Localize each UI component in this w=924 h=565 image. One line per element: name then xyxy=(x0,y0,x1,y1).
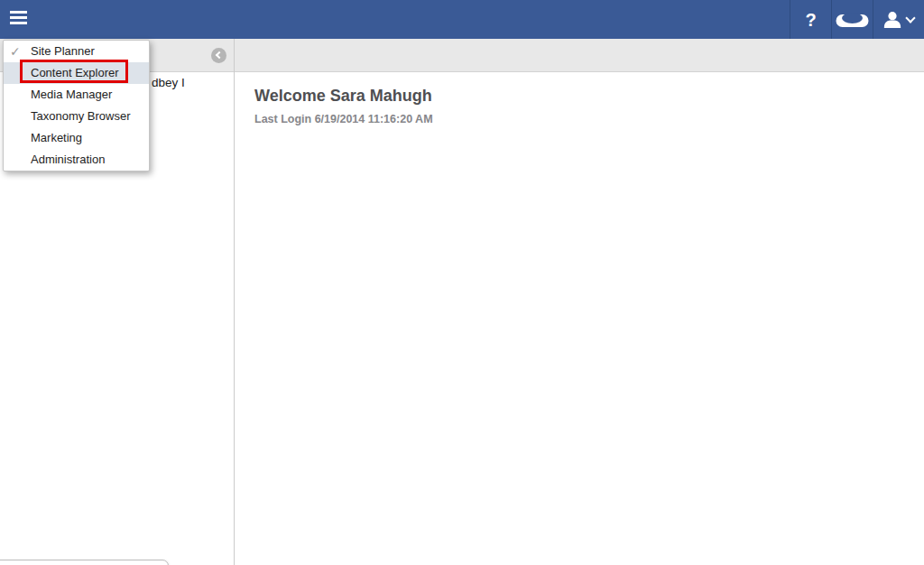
help-button[interactable]: ? xyxy=(790,0,831,39)
check-icon: ✓ xyxy=(10,41,21,62)
topbar: ? xyxy=(0,0,924,39)
menu-item-media-manager[interactable]: Media Manager xyxy=(4,84,149,106)
topbar-actions: ? xyxy=(790,0,924,39)
menu-item-label: Taxonomy Browser xyxy=(31,109,131,123)
navigation-dropdown: ✓ Site Planner Content Explorer Media Ma… xyxy=(3,40,150,171)
menu-item-taxonomy-browser[interactable]: Taxonomy Browser xyxy=(4,106,149,127)
main-content: Welcome Sara Mahugh Last Login 6/19/2014… xyxy=(235,72,924,565)
welcome-heading: Welcome Sara Mahugh xyxy=(254,87,432,106)
chevron-down-icon xyxy=(905,13,915,23)
menu-item-content-explorer[interactable]: Content Explorer xyxy=(4,62,149,84)
collapse-panel-button[interactable] xyxy=(211,48,226,63)
menu-item-site-planner[interactable]: ✓ Site Planner xyxy=(4,41,149,62)
goggles-button[interactable] xyxy=(831,0,873,39)
chevron-left-icon xyxy=(216,51,223,59)
hamburger-icon xyxy=(10,11,30,24)
menu-item-label: Administration xyxy=(31,153,105,166)
user-menu-button[interactable] xyxy=(873,0,924,39)
hamburger-menu-button[interactable] xyxy=(10,11,30,29)
app-window: ? dbey I Welcome Sara xyxy=(0,0,924,565)
question-mark-icon: ? xyxy=(805,11,816,29)
menu-item-administration[interactable]: Administration xyxy=(4,149,149,171)
tree-item-partial[interactable]: dbey I xyxy=(152,76,185,89)
menu-item-label: Content Explorer xyxy=(31,66,119,79)
user-icon xyxy=(883,11,901,29)
menu-item-marketing[interactable]: Marketing xyxy=(4,127,149,149)
collapsed-bottom-panel[interactable] xyxy=(0,560,169,565)
menu-item-label: Site Planner xyxy=(31,44,95,58)
last-login-text: Last Login 6/19/2014 11:16:20 AM xyxy=(254,113,433,125)
menu-item-label: Media Manager xyxy=(31,88,112,101)
goggles-icon xyxy=(836,10,869,30)
menu-item-label: Marketing xyxy=(31,131,82,144)
